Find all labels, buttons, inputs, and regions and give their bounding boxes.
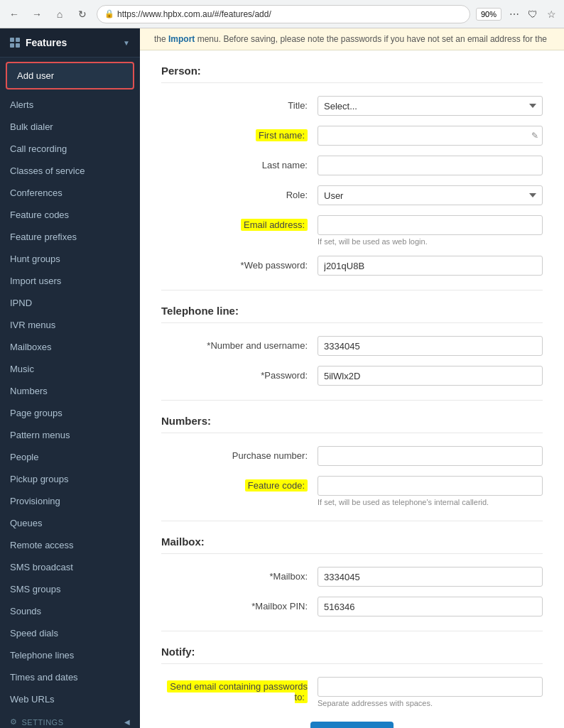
purchase-number-field (318, 446, 543, 466)
last-name-input[interactable] (318, 156, 543, 175)
number-username-input[interactable] (318, 336, 543, 356)
sidebar-item-web-urls[interactable]: Web URLs (0, 688, 140, 710)
web-password-row: *Web password: (161, 256, 543, 276)
forward-button[interactable]: → (28, 6, 45, 23)
sidebar-item-sms-groups[interactable]: SMS groups (0, 578, 140, 600)
sidebar-item-page-groups[interactable]: Page groups (0, 402, 140, 424)
sidebar-item-hunt-groups[interactable]: Hunt groups (0, 248, 140, 270)
sidebar-item-pattern-menus[interactable]: Pattern menus (0, 424, 140, 446)
sidebar-item-conferences[interactable]: Conferences (0, 182, 140, 204)
numbers-section: Numbers: Purchase number: Feature code: (161, 415, 543, 506)
first-name-row: First name: ✎ (161, 126, 543, 146)
number-username-label: *Number and username: (161, 336, 318, 351)
import-link[interactable]: Import (168, 34, 195, 44)
star-icon[interactable]: ☆ (544, 7, 558, 21)
web-password-input[interactable] (318, 256, 543, 276)
sidebar-item-times-and-dates[interactable]: Times and dates (0, 666, 140, 688)
email-row: Email address: If set, will be used as w… (161, 215, 543, 246)
last-name-row: Last name: (161, 156, 543, 175)
telephone-section: Telephone line: *Number and username: *P… (161, 305, 543, 386)
role-row: Role: User Admin Super Admin (161, 185, 543, 205)
tel-password-field (318, 366, 543, 386)
sidebar-item-ivr-menus[interactable]: IVR menus (0, 314, 140, 336)
number-username-row: *Number and username: (161, 336, 543, 356)
lock-icon: 🔒 (104, 9, 114, 18)
edit-icon: ✎ (531, 131, 538, 141)
purchase-number-label: Purchase number: (161, 446, 318, 461)
mailbox-section: Mailbox: *Mailbox: *Mailbox PIN: (161, 536, 543, 616)
divider-4 (161, 631, 543, 631)
purchase-number-input[interactable] (318, 446, 543, 466)
person-section: Person: Title: Select... Mr Mrs Ms Dr Pr… (161, 65, 543, 276)
sidebar-item-numbers[interactable]: Numbers (0, 380, 140, 402)
sidebar-item-remote-access[interactable]: Remote access (0, 534, 140, 556)
feature-code-input[interactable] (318, 476, 543, 496)
divider-1 (161, 290, 543, 290)
tel-password-row: *Password: (161, 366, 543, 386)
purchase-number-row: Purchase number: (161, 446, 543, 466)
email-note: If set, will be used as web login. (318, 237, 543, 246)
sidebar-item-feature-codes[interactable]: Feature codes (0, 204, 140, 226)
sidebar-item-speed-dials[interactable]: Speed dials (0, 622, 140, 644)
home-button[interactable]: ⌂ (51, 6, 68, 23)
title-row: Title: Select... Mr Mrs Ms Dr Prof (161, 96, 543, 116)
sidebar-item-alerts[interactable]: Alerts (0, 94, 140, 116)
sidebar-item-provisioning[interactable]: Provisioning (0, 490, 140, 512)
back-button[interactable]: ← (6, 6, 23, 23)
mailbox-label: *Mailbox: (161, 567, 318, 582)
chevron-down-icon: ▼ (123, 39, 130, 47)
sidebar: Features ▼ Add user Alerts Bulk dialer C… (0, 28, 140, 728)
url-text: https://www.hpbx.com.au/#/features/add/ (117, 9, 271, 19)
sidebar-item-queues[interactable]: Queues (0, 512, 140, 534)
tel-password-input[interactable] (318, 366, 543, 386)
reload-button[interactable]: ↻ (74, 6, 91, 23)
shield-icon[interactable]: 🛡 (526, 7, 540, 21)
number-username-field (318, 336, 543, 356)
sidebar-item-mailboxes[interactable]: Mailboxes (0, 336, 140, 358)
mailbox-pin-input[interactable] (318, 597, 543, 616)
sidebar-item-sounds[interactable]: Sounds (0, 600, 140, 622)
send-email-input[interactable] (318, 677, 543, 697)
feature-code-label: Feature code: (245, 479, 308, 491)
sidebar-item-sms-broadcast[interactable]: SMS broadcast (0, 556, 140, 578)
mailbox-heading: Mailbox: (161, 536, 543, 554)
sidebar-item-call-recording[interactable]: Call recording (0, 138, 140, 160)
send-email-note: Separate addresses with spaces. (318, 699, 543, 707)
settings-section[interactable]: ⚙ Settings ◀ (0, 710, 140, 728)
role-select[interactable]: User Admin Super Admin (318, 185, 543, 205)
web-password-label: *Web password: (161, 256, 318, 271)
email-input[interactable] (318, 215, 543, 235)
first-name-input[interactable] (318, 126, 543, 146)
feature-code-note: If set, will be used as telephone's inte… (318, 498, 543, 506)
sidebar-item-ipnd[interactable]: IPND (0, 292, 140, 314)
sidebar-item-music[interactable]: Music (0, 358, 140, 380)
person-heading: Person: (161, 65, 543, 83)
main-content: the Import menu. Before saving, please n… (140, 28, 564, 728)
divider-2 (161, 400, 543, 401)
sidebar-header[interactable]: Features ▼ (0, 28, 140, 58)
send-email-label-container: Send email containing passwords to: (161, 677, 318, 702)
more-icon[interactable]: ⋯ (507, 7, 521, 21)
zoom-badge: 90% (476, 8, 501, 21)
sidebar-item-bulk-dialer[interactable]: Bulk dialer (0, 116, 140, 138)
gear-icon: ⚙ (10, 717, 18, 727)
sidebar-item-pickup-groups[interactable]: Pickup groups (0, 468, 140, 490)
browser-chrome: ← → ⌂ ↻ 🔒 https://www.hpbx.com.au/#/feat… (0, 0, 564, 28)
mailbox-pin-label: *Mailbox PIN: (161, 597, 318, 612)
title-select[interactable]: Select... Mr Mrs Ms Dr Prof (318, 96, 543, 116)
first-name-label: First name: (256, 129, 308, 141)
sidebar-item-telephone-lines[interactable]: Telephone lines (0, 644, 140, 666)
web-password-field (318, 256, 543, 276)
address-bar[interactable]: 🔒 https://www.hpbx.com.au/#/features/add… (97, 5, 470, 23)
sidebar-item-classes-of-service[interactable]: Classes of service (0, 160, 140, 182)
mailbox-field (318, 567, 543, 587)
role-field: User Admin Super Admin (318, 185, 543, 205)
add-user-button[interactable]: Add user (310, 722, 393, 728)
send-email-field: Separate addresses with spaces. (318, 677, 543, 707)
sidebar-item-import-users[interactable]: Import users (0, 270, 140, 292)
sidebar-item-feature-prefixes[interactable]: Feature prefixes (0, 226, 140, 248)
mailbox-input[interactable] (318, 567, 543, 587)
add-user-nav-item[interactable]: Add user (6, 62, 134, 89)
feature-code-label-container: Feature code: (161, 476, 318, 491)
sidebar-item-people[interactable]: People (0, 446, 140, 468)
